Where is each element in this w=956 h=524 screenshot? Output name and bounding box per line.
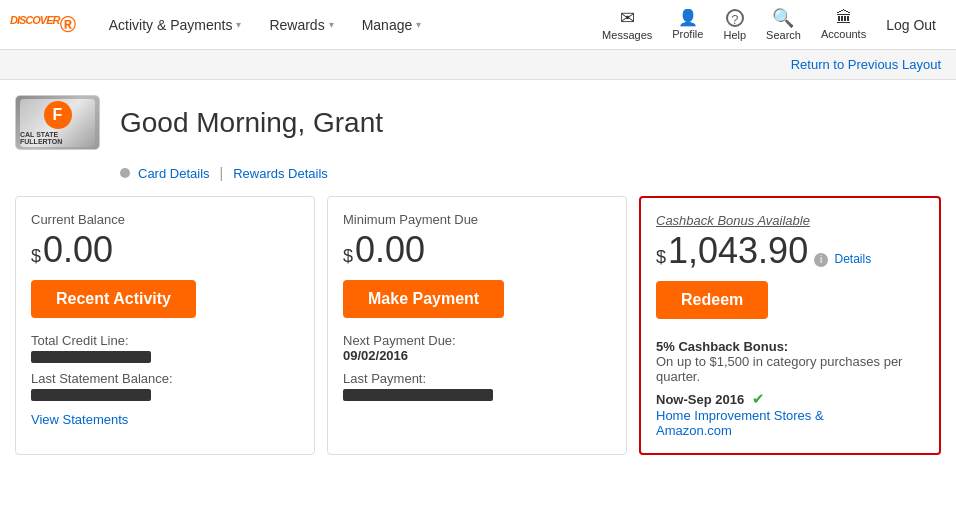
nav-arrow-manage: ▾ — [416, 19, 421, 30]
logout-button[interactable]: Log Out — [876, 0, 946, 50]
cashback-bonus-section: 5% Cashback Bonus: On up to $1,500 in ca… — [656, 339, 924, 438]
details-link: i Details — [814, 252, 871, 267]
check-icon: ✔ — [752, 390, 765, 407]
bonus-title: 5% Cashback Bonus: — [656, 339, 924, 354]
return-to-previous-layout-link[interactable]: Return to Previous Layout — [791, 57, 941, 72]
rewards-details-link[interactable]: Rewards Details — [233, 166, 328, 181]
main-content: F CAL STATE FULLERTON Good Morning, Gran… — [0, 80, 956, 455]
current-balance-card: Current Balance $ 0.00 Recent Activity T… — [15, 196, 315, 455]
search-icon: 🔍 — [772, 9, 794, 27]
link-separator: | — [220, 165, 224, 181]
profile-icon: 👤 — [678, 10, 698, 26]
nav-arrow-rewards: ▾ — [329, 19, 334, 30]
period-label: Now-Sep 2016 — [656, 392, 744, 407]
search-nav[interactable]: 🔍 Search — [756, 0, 811, 50]
last-statement-balance-row: Last Statement Balance: — [31, 371, 299, 401]
cashback-details-link[interactable]: Details — [835, 252, 872, 266]
last-statement-balance-value — [31, 389, 151, 401]
main-nav: Activity & Payments ▾ Rewards ▾ Manage ▾ — [95, 0, 436, 50]
messages-icon: ✉ — [620, 9, 635, 27]
cashback-dollar: $ — [656, 248, 666, 266]
category-link-2[interactable]: Amazon.com — [656, 423, 732, 438]
nav-rewards[interactable]: Rewards ▾ — [255, 0, 347, 50]
next-payment-due-value: 09/02/2016 — [343, 348, 408, 363]
header-right: ✉ Messages 👤 Profile ? Help 🔍 Search 🏛 A… — [592, 0, 946, 50]
card-link-dot — [120, 168, 130, 178]
min-payment-value: 0.00 — [355, 232, 425, 268]
last-payment-value — [343, 389, 493, 401]
cashback-value: 1,043.90 — [668, 233, 808, 269]
min-payment-label: Minimum Payment Due — [343, 212, 611, 227]
recent-activity-button[interactable]: Recent Activity — [31, 280, 196, 318]
main-header: DISCOVER® Activity & Payments ▾ Rewards … — [0, 0, 956, 50]
accounts-nav[interactable]: 🏛 Accounts — [811, 0, 876, 50]
card-initial: F — [44, 101, 72, 129]
category-links: Home Improvement Stores & Amazon.com — [656, 408, 924, 438]
discover-logo: DISCOVER® — [10, 12, 75, 38]
greeting-text: Good Morning, Grant — [120, 107, 383, 139]
last-payment-row: Last Payment: — [343, 371, 611, 401]
period-row: Now-Sep 2016 ✔ — [656, 390, 924, 408]
view-statements-link[interactable]: View Statements — [31, 412, 128, 427]
messages-nav[interactable]: ✉ Messages — [592, 0, 662, 50]
current-balance-amount-row: $ 0.00 — [31, 232, 299, 268]
nav-activity-payments[interactable]: Activity & Payments ▾ — [95, 0, 256, 50]
cashback-card: Cashback Bonus Available $ 1,043.90 i De… — [639, 196, 941, 455]
accounts-icon: 🏛 — [836, 10, 852, 26]
help-icon: ? — [726, 9, 744, 27]
next-payment-due-row: Next Payment Due: 09/02/2016 — [343, 333, 611, 363]
profile-nav[interactable]: 👤 Profile — [662, 0, 713, 50]
greeting-row: F CAL STATE FULLERTON Good Morning, Gran… — [15, 95, 941, 150]
total-credit-line-value — [31, 351, 151, 363]
current-balance-value: 0.00 — [43, 232, 113, 268]
current-balance-dollar: $ — [31, 247, 41, 265]
info-icon: i — [814, 253, 828, 267]
card-details-link[interactable]: Card Details — [138, 166, 210, 181]
card-detail-links: Card Details | Rewards Details — [120, 165, 941, 181]
total-credit-line-row: Total Credit Line: — [31, 333, 299, 363]
current-balance-label: Current Balance — [31, 212, 299, 227]
min-payment-dollar: $ — [343, 247, 353, 265]
card-school-text: CAL STATE FULLERTON — [20, 131, 95, 145]
min-payment-amount-row: $ 0.00 — [343, 232, 611, 268]
payment-card: Minimum Payment Due $ 0.00 Make Payment … — [327, 196, 627, 455]
bonus-desc: On up to $1,500 in category purchases pe… — [656, 354, 924, 384]
info-cards-row: Current Balance $ 0.00 Recent Activity T… — [15, 196, 941, 455]
sub-header: Return to Previous Layout — [0, 50, 956, 80]
card-art: F CAL STATE FULLERTON — [20, 99, 95, 147]
help-nav[interactable]: ? Help — [713, 0, 756, 50]
redeem-button[interactable]: Redeem — [656, 281, 768, 319]
cashback-label: Cashback Bonus Available — [656, 213, 924, 228]
cashback-amount-row: $ 1,043.90 i Details — [656, 233, 924, 269]
nav-arrow-activity: ▾ — [236, 19, 241, 30]
make-payment-button[interactable]: Make Payment — [343, 280, 504, 318]
nav-manage[interactable]: Manage ▾ — [348, 0, 436, 50]
card-image: F CAL STATE FULLERTON — [15, 95, 100, 150]
category-link-1[interactable]: Home Improvement Stores & — [656, 408, 824, 423]
